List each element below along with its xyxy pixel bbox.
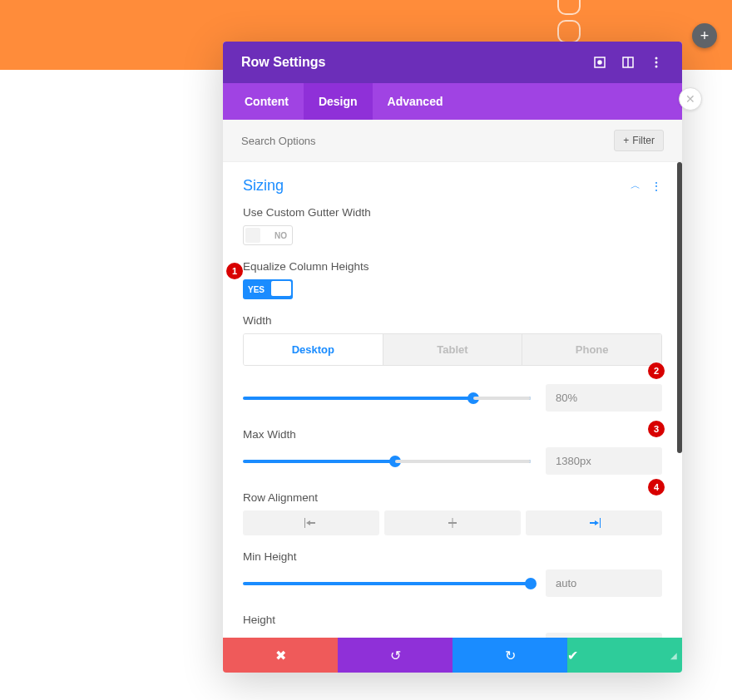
expand-icon[interactable] [592,55,607,70]
device-tab-phone[interactable]: Phone [522,334,661,365]
plus-icon: + [700,27,710,45]
check-icon: ✔ [567,648,578,663]
annotation-badge-2: 2 [648,362,665,379]
group-row-alignment: Row Alignment [243,491,662,535]
redo-button[interactable]: ↻ [453,638,567,673]
label-width: Width [243,314,662,327]
group-gutter: Use Custom Gutter Width NO [243,206,662,245]
more-icon[interactable] [649,55,664,70]
input-max-width-value[interactable] [546,447,662,475]
resize-grip-icon[interactable]: ◢ [670,651,677,660]
slider-max-width[interactable] [243,460,531,463]
tab-design[interactable]: Design [304,83,373,120]
cancel-button[interactable]: ✖ [223,638,338,673]
slider-width[interactable] [243,397,531,400]
group-width: Width Desktop Tablet Phone [243,314,662,412]
label-min-height: Min Height [243,550,662,563]
group-equalize: Equalize Column Heights YES [243,260,662,299]
columns-icon[interactable] [621,55,636,70]
align-right-button[interactable] [526,510,662,535]
svg-point-5 [655,62,658,64]
align-center-button[interactable] [384,510,521,535]
device-tab-tablet[interactable]: Tablet [383,334,522,365]
modal-tabs: Content Design Advanced [223,83,682,120]
redo-icon: ↻ [505,648,516,663]
slider-thumb[interactable] [467,392,479,404]
device-tab-desktop[interactable]: Desktop [244,334,383,365]
slider-row-min-height [243,569,662,597]
undo-button[interactable]: ↺ [338,638,453,673]
annotation-badge-4: 4 [648,479,665,495]
section-title-text: Sizing [243,177,284,195]
plus-small-icon: + [623,135,629,146]
svg-point-1 [598,61,601,64]
label-equalize: Equalize Column Heights [243,260,662,273]
svg-point-4 [655,57,658,60]
label-height: Height [243,614,662,626]
label-gutter: Use Custom Gutter Width [243,206,662,219]
slider-row-max-width [243,447,662,475]
svg-rect-12 [600,518,601,528]
undo-icon: ↺ [390,648,401,663]
slider-thumb[interactable] [525,578,537,589]
modal-header[interactable]: Row Settings [223,42,682,83]
align-left-icon [304,518,318,528]
slider-row-width [243,384,662,412]
svg-marker-13 [595,520,599,525]
slider-thumb[interactable] [389,456,401,467]
slider-row-height [243,633,662,638]
filter-label: Filter [632,135,655,146]
group-max-width: Max Width [243,428,662,475]
search-input[interactable] [241,135,614,147]
device-tabs: Desktop Tablet Phone [243,333,662,366]
add-section-fab[interactable]: + [692,23,717,48]
label-row-alignment: Row Alignment [243,491,662,504]
align-left-button[interactable] [243,510,379,535]
modal-body: Sizing ︿ ⋮ Use Custom Gutter Width NO Eq… [223,162,682,638]
filter-button[interactable]: + Filter [614,130,664,151]
input-min-height-value[interactable] [546,569,662,597]
annotation-badge-3: 3 [648,421,665,437]
group-height: Height [243,614,662,638]
input-width-value[interactable] [546,384,662,412]
close-icon: ✖ [275,648,286,663]
row-settings-modal: Row Settings Content Design Advanced + F… [223,42,682,673]
section-more-icon[interactable]: ⋮ [650,180,662,193]
svg-rect-7 [304,518,305,528]
alignment-buttons [243,510,662,535]
toggle-gutter[interactable]: NO [243,225,293,245]
toggle-gutter-text: NO [274,231,287,240]
toggle-equalize[interactable]: YES [243,279,293,299]
label-max-width: Max Width [243,428,662,441]
svg-point-6 [655,66,658,68]
tab-content[interactable]: Content [230,83,304,120]
svg-rect-14 [590,522,595,524]
tab-advanced[interactable]: Advanced [373,83,458,120]
align-right-icon [587,518,601,528]
globe-close-button[interactable]: ✕ [679,87,702,111]
svg-marker-8 [306,520,310,525]
chevron-up-icon[interactable]: ︿ [631,179,640,193]
save-button[interactable]: ✔ ◢ [567,638,682,673]
svg-rect-11 [448,522,457,524]
align-center-icon [446,518,459,528]
globe-icon: ✕ [685,92,695,106]
scrollbar[interactable] [677,162,682,453]
section-sizing-header[interactable]: Sizing ︿ ⋮ [243,177,662,195]
search-bar: + Filter [223,120,682,162]
toggle-equalize-text: YES [248,285,265,294]
slider-min-height[interactable] [243,582,531,585]
input-height-value[interactable] [546,633,662,638]
annotation-badge-1: 1 [226,263,243,279]
modal-title: Row Settings [241,55,325,70]
svg-rect-9 [310,522,315,524]
group-min-height: Min Height [243,550,662,597]
modal-footer: ✖ ↺ ↻ ✔ ◢ [223,638,682,673]
